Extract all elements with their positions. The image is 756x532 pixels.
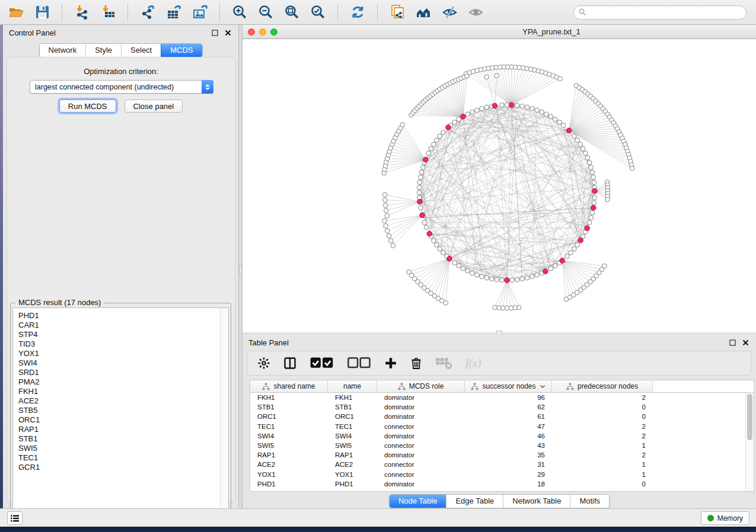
tab-select[interactable]: Select — [121, 44, 161, 57]
table-row[interactable]: FKH1FKH1dominator962 — [250, 393, 754, 402]
float-panel-icon[interactable] — [210, 28, 219, 37]
table-settings-icon[interactable] — [257, 355, 270, 371]
mcds-result-item[interactable]: YOX1 — [18, 349, 228, 358]
tab-network-table[interactable]: Network Table — [503, 495, 570, 508]
import-network-icon[interactable] — [72, 4, 92, 21]
mcds-list-scrollbar[interactable] — [220, 308, 228, 519]
table-scrollbar[interactable] — [745, 393, 754, 491]
mcds-hub-node[interactable] — [447, 256, 452, 261]
mcds-hub-node[interactable] — [420, 213, 425, 218]
column-header-predecessor-nodes[interactable]: predecessor nodes — [552, 380, 653, 392]
table-cell: STB1 — [328, 403, 377, 411]
mcds-result-item[interactable]: FKH1 — [18, 387, 228, 396]
zoom-selected-icon[interactable] — [308, 4, 328, 21]
mcds-result-item[interactable]: ORC1 — [18, 415, 228, 425]
show-hide-columns-icon[interactable] — [283, 355, 296, 371]
save-session-icon[interactable] — [32, 4, 52, 21]
zoom-fit-icon[interactable] — [282, 4, 302, 21]
task-history-button[interactable] — [7, 511, 23, 525]
mcds-result-item[interactable]: SRD1 — [18, 368, 228, 377]
mcds-hub-node[interactable] — [543, 269, 548, 274]
table-row[interactable]: ACE2ACE2connector311 — [250, 460, 754, 469]
mcds-result-item[interactable]: SWI5 — [18, 444, 228, 453]
mcds-result-item[interactable]: SWI4 — [18, 358, 228, 368]
desktop-wallpaper-bottom — [0, 527, 756, 532]
mcds-result-item[interactable]: PMA2 — [18, 377, 228, 387]
select-all-icon[interactable] — [310, 355, 334, 371]
mcds-result-item[interactable]: RAP1 — [18, 425, 228, 434]
delete-rows-icon[interactable] — [410, 355, 422, 371]
table-row[interactable]: STB1STB1dominator620 — [250, 402, 754, 412]
refresh-layout-icon[interactable] — [347, 4, 368, 21]
mcds-hub-node[interactable] — [417, 199, 423, 204]
zoom-in-icon[interactable] — [229, 4, 250, 21]
export-image-icon[interactable] — [190, 4, 210, 21]
mcds-hub-node[interactable] — [427, 231, 432, 236]
column-header-successor-nodes[interactable]: successor nodes — [465, 380, 552, 392]
mcds-hub-node[interactable] — [560, 258, 565, 264]
mcds-result-item[interactable]: CAR1 — [18, 321, 228, 330]
new-network-from-selection-icon[interactable] — [387, 4, 407, 21]
search-box[interactable] — [573, 5, 747, 20]
mcds-hub-node[interactable] — [585, 226, 590, 231]
mcds-hub-node[interactable] — [423, 157, 428, 162]
open-file-icon[interactable] — [6, 4, 26, 21]
table-row[interactable]: YOX1YOX1connector291 — [250, 470, 754, 479]
table-cell: dominator — [377, 413, 465, 420]
memory-button[interactable]: Memory — [701, 511, 749, 525]
mcds-result-item[interactable]: STB1 — [18, 434, 228, 444]
mcds-result-item[interactable]: STB5 — [18, 406, 228, 415]
show-all-icon[interactable] — [465, 4, 486, 21]
search-input[interactable] — [589, 7, 741, 18]
mcds-hub-node[interactable] — [509, 102, 514, 108]
hide-selected-icon[interactable] — [439, 4, 460, 21]
table-row[interactable]: RAP1RAP1dominator352 — [250, 450, 754, 460]
mcds-hub-node[interactable] — [566, 128, 572, 133]
close-panel-button[interactable]: Close panel — [125, 100, 183, 113]
tab-motifs[interactable]: Motifs — [570, 495, 609, 508]
mcds-hub-node[interactable] — [446, 125, 451, 130]
tab-style[interactable]: Style — [85, 44, 121, 57]
close-panel-icon[interactable] — [223, 28, 232, 37]
mcds-result-item[interactable]: ACE2 — [18, 396, 228, 406]
table-toolbar: f(x) — [247, 351, 751, 376]
vertical-splitter-handle[interactable] — [240, 265, 242, 274]
mcds-hub-node[interactable] — [578, 238, 583, 243]
mcds-result-item[interactable]: GCR1 — [18, 463, 228, 472]
tab-node-table[interactable]: Node Table — [390, 495, 446, 508]
column-header-name[interactable]: name — [328, 380, 377, 392]
mcds-hub-node[interactable] — [591, 205, 596, 210]
tab-mcds[interactable]: MCDS — [161, 44, 202, 57]
float-table-panel-icon[interactable] — [728, 338, 737, 347]
run-mcds-button[interactable]: Run MCDS — [59, 100, 116, 113]
tab-network[interactable]: Network — [39, 44, 85, 57]
mcds-hub-node[interactable] — [461, 114, 466, 120]
export-network-icon[interactable] — [138, 4, 158, 21]
mcds-result-item[interactable]: PHD1 — [18, 311, 228, 321]
table-row[interactable]: TEC1TEC1connector472 — [250, 422, 754, 431]
table-row[interactable]: PHD1PHD1dominator180 — [250, 479, 754, 489]
mcds-result-item[interactable]: TID3 — [18, 339, 228, 349]
mcds-result-item[interactable]: TEC1 — [18, 453, 228, 463]
table-row[interactable]: SWI4SWI4dominator462 — [250, 431, 754, 441]
import-table-icon[interactable] — [98, 4, 118, 21]
table-row[interactable]: ORC1ORC1dominator610 — [250, 412, 754, 421]
mcds-hub-node[interactable] — [505, 278, 510, 283]
column-header-shared-name[interactable]: shared name — [250, 380, 328, 392]
optimization-criterion-select[interactable]: largest connected component (undirected) — [30, 80, 213, 94]
mcds-hub-node[interactable] — [492, 103, 497, 108]
column-header-MCDS-role[interactable]: MCDS role — [377, 380, 465, 392]
network-graph[interactable] — [243, 39, 756, 332]
table-row[interactable]: SWI5SWI5connector431 — [250, 441, 754, 450]
mcds-result-item[interactable]: STP4 — [18, 330, 228, 339]
table-scrollbar-thumb[interactable] — [747, 394, 752, 440]
mcds-hub-node[interactable] — [592, 188, 598, 194]
mcds-result-list[interactable]: PHD1CAR1STP4TID3YOX1SWI4SRD1PMA2FKH1ACE2… — [12, 307, 229, 520]
export-table-icon[interactable] — [164, 4, 184, 21]
tab-edge-table[interactable]: Edge Table — [446, 495, 503, 508]
close-table-panel-icon[interactable] — [741, 338, 750, 347]
add-row-icon[interactable] — [384, 355, 397, 371]
first-neighbors-icon[interactable] — [413, 4, 433, 21]
deselect-all-icon[interactable] — [347, 355, 371, 371]
zoom-out-icon[interactable] — [256, 4, 276, 21]
